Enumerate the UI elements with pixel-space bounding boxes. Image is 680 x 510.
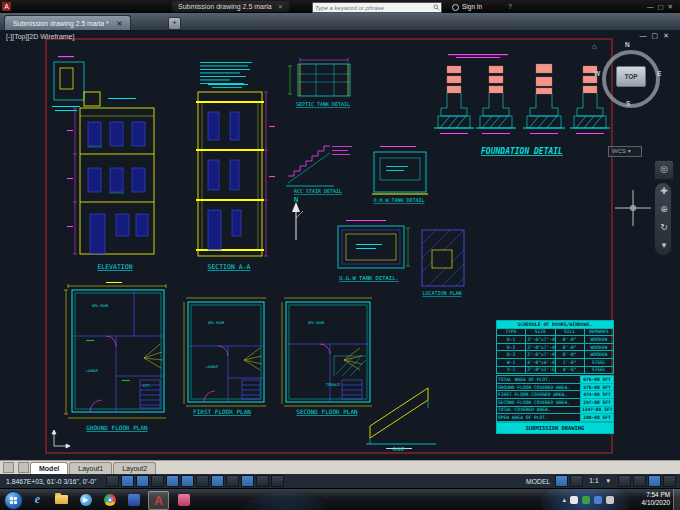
sign-in-button[interactable]: Sign In: [452, 1, 482, 12]
network-icon[interactable]: [594, 496, 602, 504]
annotation-visibility-icon[interactable]: [570, 475, 583, 487]
navigation-wheel-icon[interactable]: ◎: [654, 160, 674, 180]
viewcube[interactable]: ⌂ N W E S TOP: [596, 42, 664, 114]
table-cell: D-1: [497, 336, 526, 344]
orbit-icon[interactable]: ↻: [655, 219, 673, 237]
label-second-floor: SECOND FLOOR PLAN: [296, 408, 358, 415]
start-button[interactable]: [4, 491, 23, 510]
help-search-box: [312, 2, 442, 13]
polar-tracking-toggle[interactable]: [166, 475, 179, 487]
layout-grid-icon[interactable]: [18, 462, 29, 473]
chevron-down-icon: ▾: [607, 477, 610, 484]
annotation-scale[interactable]: 1:1 ▾: [586, 477, 613, 485]
autocad-taskbar-icon[interactable]: A: [148, 491, 169, 510]
viewcube-north[interactable]: N: [625, 41, 630, 48]
dynamic-ucs-toggle[interactable]: [226, 475, 239, 487]
table-cell: TOTAL COVERED AREA.: [497, 406, 581, 414]
doors-windows-table: SCHEDULE OF DOORS/WINDOWS. TYPE SIZE SIL…: [496, 320, 614, 374]
table-cell: 0'-0": [555, 343, 584, 351]
clean-screen-icon[interactable]: [663, 475, 676, 487]
object-snap-toggle[interactable]: [181, 475, 194, 487]
infer-constraints-toggle[interactable]: [106, 475, 119, 487]
wcs-dropdown[interactable]: WCS ▾: [608, 146, 642, 157]
room-label: BED ROOM: [92, 304, 108, 308]
3d-object-snap-toggle[interactable]: [196, 475, 209, 487]
chrome-icon[interactable]: [100, 491, 119, 508]
model-space-indicator[interactable]: MODEL: [526, 478, 550, 485]
tab-close-icon[interactable]: ✕: [117, 20, 123, 27]
hardware-acceleration-icon[interactable]: [633, 475, 646, 487]
crosshair-cursor: [615, 190, 651, 226]
close-icon[interactable]: ✕: [278, 4, 283, 10]
word-icon[interactable]: [124, 491, 143, 508]
show-desktop-button[interactable]: [673, 489, 680, 510]
antivirus-icon[interactable]: [582, 496, 590, 504]
new-tab-button[interactable]: +: [168, 17, 181, 30]
drawing-canvas[interactable]: ELEVATION SECTION A-A SEPTIC TANK DETAIL…: [0, 30, 680, 460]
language-indicator-icon[interactable]: [570, 496, 578, 504]
search-input[interactable]: [313, 5, 433, 11]
restore-icon[interactable]: ▢: [652, 32, 664, 39]
status-bar-right: MODEL 1:1 ▾: [523, 475, 676, 487]
close-icon[interactable]: ✕: [663, 32, 674, 39]
maximize-icon[interactable]: ▢: [657, 3, 667, 10]
object-snap-tracking-toggle[interactable]: [211, 475, 224, 487]
room-label: BED ROOM: [308, 321, 324, 325]
label-section: SECTION A-A: [207, 263, 250, 271]
table-cell: GROUND FLOOR COVERED AREA.: [497, 383, 581, 391]
table-row: TOTAL COVERED AREA.1347-00 SFT: [497, 406, 614, 414]
ground-floor-plan-drawing: [64, 282, 166, 418]
app-icon[interactable]: A: [2, 2, 11, 11]
ortho-mode-toggle[interactable]: [151, 475, 164, 487]
navbar-menu-icon[interactable]: ▾: [655, 237, 673, 255]
viewcube-home-icon[interactable]: ⌂: [592, 42, 597, 51]
table-row: GROUND FLOOR COVERED AREA.576-00 SFT: [497, 383, 614, 391]
viewcube-top-face[interactable]: TOP: [616, 66, 646, 87]
clock-time: 7:54 PM: [642, 491, 670, 499]
snap-mode-toggle[interactable]: [121, 475, 134, 487]
pan-icon[interactable]: ✚: [655, 183, 673, 201]
septic-tank-drawing: [288, 58, 350, 96]
table-cell: 3'-0"x7'-0": [526, 343, 555, 351]
search-icon[interactable]: [433, 4, 440, 11]
table-cell: TOTAL AREA OF PLOT.: [497, 376, 581, 384]
grid-display-toggle[interactable]: [136, 475, 149, 487]
layout-list-icon[interactable]: [3, 462, 14, 473]
help-icon[interactable]: ?: [508, 1, 512, 12]
close-icon[interactable]: ✕: [668, 3, 677, 10]
submission-drawing-title: SUBMISSION DRAWING: [496, 422, 614, 434]
viewcube-east[interactable]: E: [657, 70, 661, 77]
volume-icon[interactable]: [606, 496, 614, 504]
minimize-icon[interactable]: —: [640, 32, 652, 39]
document-tab[interactable]: Submission drawing 2.5 marla *✕: [4, 15, 131, 31]
paint-icon[interactable]: [174, 491, 193, 508]
internet-explorer-icon[interactable]: e: [28, 491, 47, 508]
schedule-of-doors-windows: SCHEDULE OF DOORS/WINDOWS. TYPE SIZE SIL…: [496, 320, 614, 434]
workspace-switching-icon[interactable]: [618, 475, 631, 487]
zoom-icon[interactable]: ⊕: [655, 201, 673, 219]
media-player-icon[interactable]: ▶: [76, 491, 95, 508]
dynamic-input-toggle[interactable]: [241, 475, 254, 487]
viewcube-south[interactable]: S: [626, 100, 630, 107]
pdf-reader-icon[interactable]: [198, 491, 217, 508]
quick-view-layouts-icon[interactable]: [555, 475, 568, 487]
viewport-controls[interactable]: [-][Top][2D Wireframe]: [6, 33, 74, 40]
minimize-icon[interactable]: —: [647, 3, 658, 10]
file-explorer-icon[interactable]: [52, 491, 71, 508]
isolate-objects-icon[interactable]: [648, 475, 661, 487]
sign-in-label: Sign In: [462, 3, 482, 10]
schedule-title: SCHEDULE OF DOORS/WINDOWS.: [497, 321, 614, 329]
table-cell: 297-00 SFT: [581, 398, 614, 406]
viewcube-west[interactable]: W: [594, 70, 600, 77]
tray-expand-icon[interactable]: ▴: [562, 496, 566, 504]
table-row: D-23'-0"x7'-0"0'-0"WOODEN: [497, 343, 614, 351]
app-title-tab[interactable]: Submission drawing 2.5 marla✕: [172, 1, 289, 12]
lineweight-toggle[interactable]: [256, 475, 269, 487]
table-row: D-32'-6"x7'-0"0'-0"WOODEN: [497, 351, 614, 359]
transparency-toggle[interactable]: [271, 475, 284, 487]
table-cell: STEEL: [584, 366, 613, 374]
navigation-bar: ◎ ✚ ⊕ ↻ ▾: [654, 160, 672, 256]
taskbar-clock[interactable]: 7:54 PM 4/10/2020: [642, 491, 670, 507]
label-stair-detail: RCC STAIR DETAIL: [294, 188, 342, 194]
user-icon: [452, 4, 459, 11]
